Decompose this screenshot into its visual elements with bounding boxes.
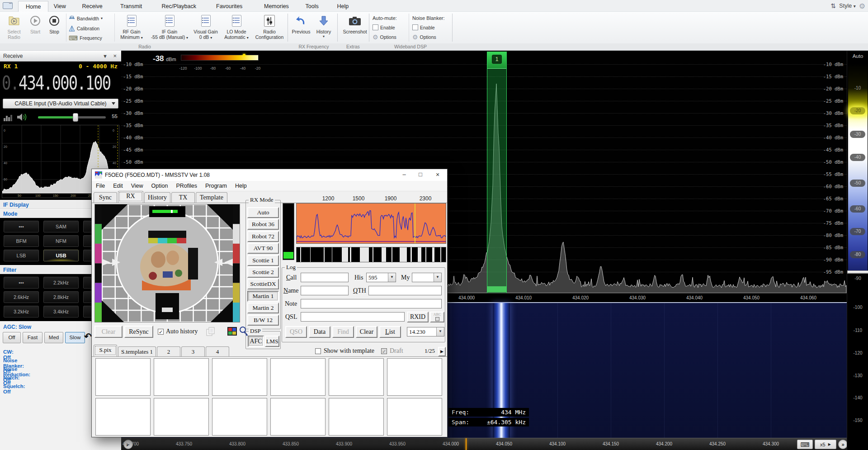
tab2-3[interactable]: 3 xyxy=(181,346,205,356)
rx-mode-robot72[interactable]: Robot 72 xyxy=(247,231,279,242)
filter-button-[interactable]: ••• xyxy=(4,277,39,289)
chevron-down-icon[interactable]: ▼ xyxy=(434,273,441,282)
frequency-button[interactable]: ⌨ Frequency xyxy=(69,33,102,43)
menu-edit[interactable]: Edit xyxy=(109,183,127,189)
visual-gain-button[interactable]: Visual Gain 0 dB ▾ xyxy=(192,13,220,42)
qso-button[interactable]: QSO xyxy=(285,326,307,338)
bandwidth-button[interactable]: Bandwidth▾ xyxy=(69,14,103,23)
tab-rx[interactable]: RX xyxy=(118,191,143,203)
noiseblanker-enable-checkbox[interactable]: Enable xyxy=(412,23,435,32)
automute-enable-checkbox[interactable]: Enable xyxy=(373,23,395,32)
stock-thumbnail[interactable] xyxy=(387,358,442,396)
ribbon-tab-tools[interactable]: Tools xyxy=(298,1,326,12)
stock-thumbnail[interactable] xyxy=(95,398,151,436)
receive-pane-header[interactable]: Receive ▼ × xyxy=(0,51,121,62)
chevron-down-icon[interactable]: ▼ xyxy=(436,327,444,336)
rx-mode-auto[interactable]: Auto xyxy=(247,207,279,218)
filter-button-26khz[interactable]: 2.6kHz xyxy=(4,291,39,303)
abc-checkbox-button[interactable]: ABC xyxy=(430,312,444,322)
mode-button-sam[interactable]: SAM xyxy=(43,221,79,232)
lo-mode-button[interactable]: LO Mode Automatic ▾ xyxy=(222,13,251,42)
resync-button[interactable]: ReSync xyxy=(124,326,153,338)
menu-view[interactable]: View xyxy=(127,183,147,189)
if-gain-button[interactable]: IF Gain -55 dB (Manual) ▾ xyxy=(148,13,191,42)
scale-right-button[interactable]: » xyxy=(838,440,848,449)
filter-button-22khz[interactable]: 2.2kHz xyxy=(43,277,79,289)
filter-button-34khz[interactable]: 3.4kHz xyxy=(43,306,79,317)
name-field[interactable] xyxy=(301,286,349,295)
settings-gear-icon[interactable]: ⚙ xyxy=(859,2,865,10)
ribbon-tab-memories[interactable]: Memories xyxy=(257,1,296,12)
start-button[interactable]: Start xyxy=(26,13,44,42)
palette-label-m30[interactable]: -30 xyxy=(850,131,865,138)
radio-configuration-button[interactable]: Radio Configuration xyxy=(253,13,286,42)
mode-button-usb[interactable]: USB xyxy=(43,250,79,261)
undo-icon[interactable]: ↶ xyxy=(84,331,92,342)
stock-thumbnail[interactable] xyxy=(154,358,209,396)
stock-thumbnail[interactable] xyxy=(212,398,267,436)
palette-label-m70[interactable]: -70 xyxy=(850,228,865,235)
stop-button[interactable]: Stop xyxy=(45,13,63,42)
mode-button-[interactable]: ••• xyxy=(4,221,39,232)
palette-gradient[interactable] xyxy=(848,63,868,270)
mode-button-nfm[interactable]: NFM xyxy=(43,235,79,247)
tab-template[interactable]: Template xyxy=(196,192,227,203)
agc-button-med[interactable]: Med xyxy=(44,332,63,343)
palette-auto-label[interactable]: Auto xyxy=(847,53,868,59)
tab2-spix[interactable]: S.pix xyxy=(94,345,117,356)
rx-mode-martin1[interactable]: Martin 1 xyxy=(247,291,279,302)
rx-mode-robot36[interactable]: Robot 36 xyxy=(247,219,279,230)
data-button[interactable]: Data xyxy=(309,326,330,338)
rx-mode-scottiedx[interactable]: ScottieDX xyxy=(247,279,279,289)
select-radio-button[interactable]: Select Radio xyxy=(3,13,25,42)
speaker-icon[interactable] xyxy=(16,112,29,122)
qth-field[interactable] xyxy=(368,286,442,295)
ribbon-tab-favourites[interactable]: Favourites xyxy=(209,1,250,12)
volume-slider[interactable] xyxy=(38,116,106,118)
tab2-stemplates1[interactable]: S.templates 1 xyxy=(118,346,156,356)
close-icon[interactable]: × xyxy=(113,51,117,62)
mode-button-bfm[interactable]: BFM xyxy=(4,235,39,247)
zoom-control[interactable]: x5▶ xyxy=(815,440,836,449)
auto-history-checkbox[interactable]: ✓ xyxy=(158,329,164,335)
palette-divider-handle[interactable] xyxy=(847,270,868,274)
call-field[interactable] xyxy=(301,273,349,282)
his-combo[interactable]: 595▼ xyxy=(366,273,396,282)
agc-button-slow[interactable]: Slow xyxy=(65,332,85,343)
mode-button-lsb[interactable]: LSB xyxy=(4,250,39,261)
chevron-down-icon[interactable]: ▼ xyxy=(388,273,396,282)
stock-thumbnail[interactable] xyxy=(212,358,267,396)
find-button[interactable]: Find xyxy=(332,326,354,338)
screenshot-button[interactable]: Screenshot xyxy=(342,13,368,42)
tab-tx[interactable]: TX xyxy=(171,192,195,203)
frequency-scale-bar[interactable]: ▶ 433.700433.750433.800433.850433.900433… xyxy=(121,438,847,450)
ribbon-tab-help[interactable]: Help xyxy=(330,1,356,12)
tab-history[interactable]: History xyxy=(144,192,170,203)
palette-label-m60[interactable]: -60 xyxy=(850,205,865,213)
tab2-4[interactable]: 4 xyxy=(206,346,229,356)
stock-thumbnail[interactable] xyxy=(329,398,384,436)
page-next-button[interactable]: ▶ xyxy=(438,347,446,356)
rxid-button[interactable]: RXID xyxy=(407,312,429,322)
list-button[interactable]: List xyxy=(379,326,401,338)
rx-mode-scottie1[interactable]: Scottie 1 xyxy=(247,255,279,266)
history-dropdown-arrow[interactable]: ▾ xyxy=(323,34,325,38)
log-clear-button[interactable]: Clear xyxy=(356,326,377,338)
calibration-button[interactable]: Calibration xyxy=(69,24,99,33)
updown-icon[interactable]: ⇅ xyxy=(831,2,836,9)
palette-label-m10[interactable]: -10 xyxy=(850,85,865,92)
show-with-template-checkbox[interactable] xyxy=(315,348,321,354)
my-combo[interactable]: ▼ xyxy=(412,273,442,282)
ribbon-tab-receive[interactable]: Receive xyxy=(75,1,110,12)
automute-options-button[interactable]: ⚙Options xyxy=(373,32,396,42)
log-freq-combo[interactable]: 14.230▼ xyxy=(407,327,444,336)
stock-thumbnail[interactable] xyxy=(270,398,326,436)
channel-1-marker[interactable]: 1 xyxy=(487,52,507,293)
maximize-button[interactable]: □ xyxy=(413,170,428,180)
sstv-clear-button[interactable]: Clear xyxy=(94,326,123,338)
minimize-button[interactable]: – xyxy=(396,170,412,180)
filter-button-28khz[interactable]: 2.8kHz xyxy=(43,291,79,303)
agc-button-off[interactable]: Off xyxy=(3,332,21,343)
close-button[interactable]: × xyxy=(430,170,445,180)
note-field[interactable] xyxy=(301,299,442,308)
